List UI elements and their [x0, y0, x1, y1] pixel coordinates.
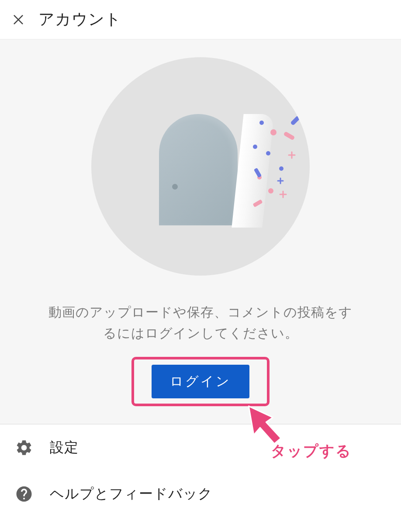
login-prompt-text: 動画のアップロードや保存、コメントの投稿をするにはログインしてください。 [26, 302, 375, 344]
door-icon [159, 114, 238, 225]
svg-point-9 [268, 188, 273, 193]
confetti-dot [270, 129, 277, 135]
menu-list: 設定 ヘルプとフィードバック [0, 424, 401, 517]
svg-point-4 [253, 145, 257, 149]
door-open-light [232, 114, 274, 228]
confetti-plus [288, 151, 296, 159]
gear-icon [14, 438, 34, 458]
confetti-plus [277, 177, 284, 184]
confetti-dot [279, 166, 283, 171]
svg-point-2 [259, 121, 264, 125]
close-icon[interactable] [10, 12, 26, 28]
confetti-dot [268, 188, 273, 193]
confetti-bar [283, 131, 295, 141]
confetti-bar [290, 115, 301, 126]
svg-rect-6 [283, 131, 295, 141]
hero-illustration [91, 57, 310, 276]
content-area: 動画のアップロードや保存、コメントの投稿をするにはログインしてください。 ログイ… [0, 40, 401, 424]
settings-label: 設定 [50, 438, 79, 457]
confetti-dot [259, 121, 264, 125]
annotation-highlight-box: ログイン [131, 357, 270, 406]
header-bar: アカウント [0, 0, 401, 40]
help-icon [14, 484, 34, 504]
help-label: ヘルプとフィードバック [50, 484, 213, 504]
settings-item[interactable]: 設定 [0, 425, 401, 471]
help-item[interactable]: ヘルプとフィードバック [0, 471, 401, 517]
confetti-dot [253, 145, 257, 149]
svg-rect-7 [290, 115, 301, 126]
confetti-dot [266, 151, 270, 155]
svg-point-10 [279, 166, 283, 171]
confetti-plus [279, 190, 287, 198]
svg-point-3 [270, 129, 277, 135]
svg-point-5 [266, 151, 270, 155]
page-title: アカウント [38, 9, 121, 30]
door-knob [172, 184, 178, 190]
login-button[interactable]: ログイン [152, 365, 249, 398]
